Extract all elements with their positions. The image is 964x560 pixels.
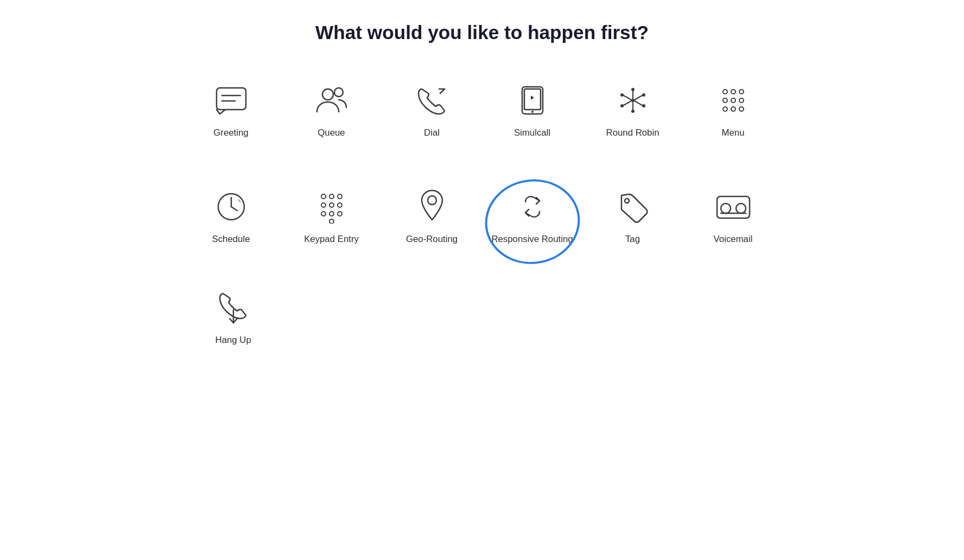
svg-point-7 xyxy=(531,111,534,113)
svg-point-40 xyxy=(329,219,334,224)
svg-point-12 xyxy=(642,93,645,97)
svg-point-13 xyxy=(620,104,624,107)
svg-point-43 xyxy=(625,199,629,203)
schedule-icon xyxy=(210,188,253,226)
svg-line-17 xyxy=(624,96,631,100)
svg-point-31 xyxy=(321,194,326,199)
menu-grid-icon xyxy=(712,81,755,119)
row-gap xyxy=(183,155,781,166)
svg-point-37 xyxy=(321,212,326,216)
round-robin-label: Round Robin xyxy=(606,127,659,139)
responsive-routing-icon xyxy=(511,188,554,226)
greeting-icon xyxy=(210,81,253,119)
option-tag[interactable]: Tag xyxy=(585,177,680,251)
voicemail-icon xyxy=(712,188,755,226)
geo-routing-label: Geo-Routing xyxy=(406,233,458,245)
option-geo-routing[interactable]: Geo-Routing xyxy=(384,177,479,251)
svg-point-33 xyxy=(338,194,342,199)
svg-point-21 xyxy=(723,90,727,94)
svg-point-32 xyxy=(329,194,334,199)
keypad-label: Keypad Entry xyxy=(304,233,359,245)
dial-label: Dial xyxy=(424,127,440,139)
svg-point-27 xyxy=(723,107,727,111)
svg-point-29 xyxy=(739,107,744,111)
round-robin-icon xyxy=(611,81,655,119)
svg-rect-44 xyxy=(717,196,750,218)
svg-point-36 xyxy=(338,203,342,207)
svg-point-35 xyxy=(329,203,334,207)
svg-point-23 xyxy=(739,90,744,94)
svg-point-38 xyxy=(329,212,334,216)
options-grid: Greeting Queue Dial xyxy=(183,71,781,272)
svg-point-39 xyxy=(338,212,342,216)
hangup-label: Hang Up xyxy=(215,334,251,346)
option-dial[interactable]: Dial xyxy=(384,71,479,144)
option-greeting[interactable]: Greeting xyxy=(183,71,278,144)
voicemail-label: Voicemail xyxy=(714,233,753,245)
svg-line-19 xyxy=(635,96,642,100)
svg-point-4 xyxy=(334,88,343,97)
svg-line-18 xyxy=(635,101,642,105)
option-responsive-routing[interactable]: Responsive Routing xyxy=(485,177,580,251)
svg-point-46 xyxy=(736,203,746,213)
option-queue[interactable]: Queue xyxy=(284,71,379,144)
svg-point-11 xyxy=(620,93,624,97)
option-hang-up[interactable]: Hang Up xyxy=(183,278,283,352)
svg-rect-0 xyxy=(217,88,246,110)
svg-point-45 xyxy=(721,203,731,213)
hangup-icon xyxy=(212,289,255,327)
simulcall-icon xyxy=(511,81,554,119)
svg-point-41 xyxy=(428,196,436,205)
svg-point-24 xyxy=(723,98,727,103)
svg-rect-6 xyxy=(524,89,541,110)
svg-point-34 xyxy=(321,203,326,207)
keypad-icon xyxy=(310,188,353,226)
row3-container: Hang Up xyxy=(183,278,781,352)
svg-point-26 xyxy=(739,98,744,103)
responsive-routing-label: Responsive Routing xyxy=(491,233,573,245)
tag-label: Tag xyxy=(625,233,640,245)
schedule-label: Schedule xyxy=(212,233,250,245)
svg-point-28 xyxy=(731,107,735,111)
geo-icon xyxy=(410,188,454,226)
queue-icon xyxy=(310,81,353,119)
row-gap-2 xyxy=(183,262,781,272)
svg-point-22 xyxy=(731,90,735,94)
svg-point-3 xyxy=(322,89,333,100)
svg-line-20 xyxy=(624,101,631,105)
dial-icon xyxy=(410,81,454,119)
option-round-robin[interactable]: Round Robin xyxy=(585,71,680,144)
simulcall-label: Simulcall xyxy=(514,127,550,139)
option-voicemail[interactable]: Voicemail xyxy=(686,177,781,251)
option-simulcall[interactable]: Simulcall xyxy=(485,71,580,144)
page-title: What would you like to happen first? xyxy=(315,22,649,43)
svg-point-14 xyxy=(642,104,645,107)
tag-icon xyxy=(611,188,655,226)
queue-label: Queue xyxy=(318,127,345,139)
option-keypad-entry[interactable]: Keypad Entry xyxy=(284,177,379,251)
option-menu[interactable]: Menu xyxy=(686,71,781,144)
menu-label: Menu xyxy=(722,127,745,139)
svg-point-25 xyxy=(731,98,735,103)
option-schedule[interactable]: Schedule xyxy=(183,177,278,251)
greeting-label: Greeting xyxy=(213,127,248,139)
